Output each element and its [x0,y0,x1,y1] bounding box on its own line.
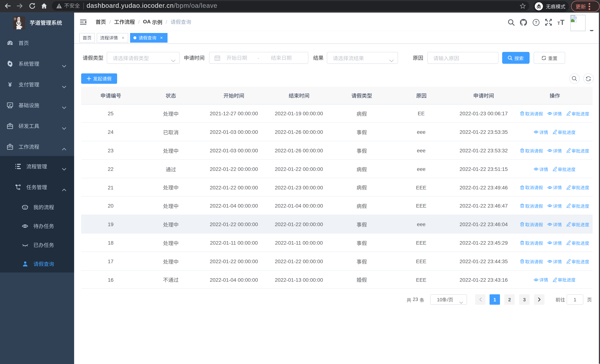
svg-text:?: ? [534,20,537,24]
svg-text:T: T [557,20,560,25]
svg-text:¥: ¥ [8,81,12,87]
svg-text:T: T [560,19,564,25]
